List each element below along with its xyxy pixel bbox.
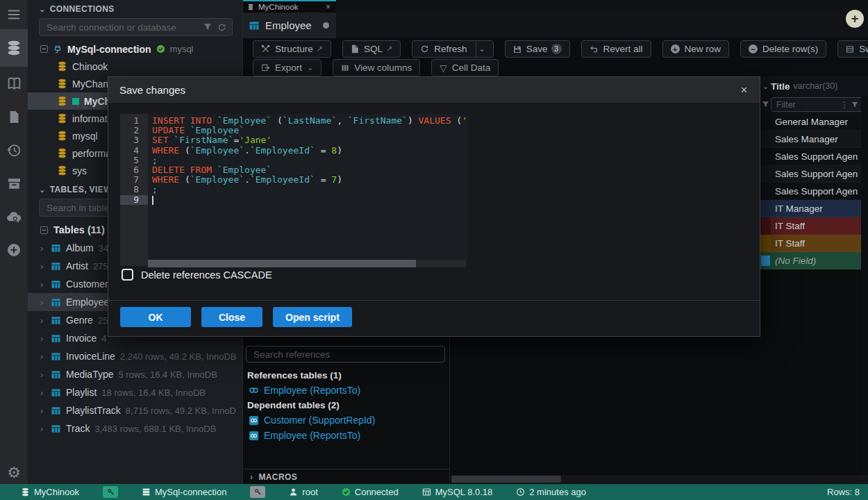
ok-button[interactable]: OK: [120, 307, 191, 327]
grid-cell-row[interactable]: IT Manager: [760, 200, 868, 217]
table-link-icon: [249, 415, 259, 426]
grid-cell-row[interactable]: IT Staff: [760, 217, 868, 235]
button-label: Refresh: [434, 44, 467, 54]
references-search: [246, 346, 445, 362]
table-item-playlist[interactable]: ›Playlist18 rows, 16.4 KB, InnoDB: [28, 383, 242, 401]
dependent-link[interactable]: Employee (ReportsTo): [242, 428, 449, 443]
grid-cell-row[interactable]: Sales Support Agen: [760, 148, 868, 165]
database-name: MyCh: [84, 96, 110, 107]
tab-mychinook[interactable]: MyChinook ×: [242, 0, 336, 12]
sql-editor[interactable]: 123456789 INSERT INTO `Employee` (`LastN…: [120, 114, 467, 266]
table-icon: [51, 279, 61, 290]
settings-gear-icon[interactable]: ⚙: [0, 464, 28, 482]
grid-cell-row[interactable]: IT Staff: [760, 235, 868, 252]
table-item-mediatype[interactable]: ›MediaType5 rows, 16.4 KB, InnoDB: [28, 365, 242, 383]
cell-data-button[interactable]: ▽ Cell Data: [431, 59, 499, 76]
connection-item-mysql-connection[interactable]: MySql-connection mysql: [28, 40, 242, 58]
scrollbar-thumb[interactable]: [451, 476, 561, 483]
column-header-title[interactable]: ⌄ Title varchar(30): [760, 76, 868, 96]
grid-cell-row[interactable]: General Manager: [760, 113, 868, 131]
table-name: Invoice: [66, 333, 97, 344]
row-header-strip[interactable]: [760, 235, 771, 252]
close-icon[interactable]: ×: [326, 2, 331, 12]
grid-horizontal-scrollbar: [451, 475, 868, 483]
connection-search-input[interactable]: [45, 22, 198, 33]
file-icon[interactable]: [0, 100, 28, 133]
row-header-strip[interactable]: [760, 165, 771, 183]
table-item-invoiceline[interactable]: ›InvoiceLine2,240 rows, 49.2 KB, InnoDB: [28, 347, 242, 365]
cell-value[interactable]: IT Staff: [771, 235, 868, 252]
cell-value[interactable]: (No Field): [771, 252, 868, 269]
grid-cell-row[interactable]: Sales Support Agen: [760, 183, 868, 200]
dialog-title: Save changes: [119, 84, 740, 96]
delete-cascade-checkbox[interactable]: [122, 269, 133, 281]
table-item-track[interactable]: ›Track3,483 rows, 688.1 KB, InnoDB: [28, 419, 242, 438]
cell-value[interactable]: Sales Support Agen: [771, 183, 868, 200]
archive-icon[interactable]: [0, 167, 28, 200]
cell-value[interactable]: Sales Manager: [771, 131, 868, 148]
cell-value[interactable]: General Manager: [771, 113, 868, 131]
cell-value[interactable]: IT Staff: [771, 217, 868, 235]
database-item[interactable]: Chinook: [28, 58, 242, 75]
delete-rows-button[interactable]: − Delete row(s): [740, 40, 826, 58]
row-header-strip[interactable]: [760, 183, 771, 200]
switch-to-form-button[interactable]: Switch to form: [837, 40, 868, 58]
save-button[interactable]: Save 3: [505, 40, 570, 58]
filter-funnel-icon[interactable]: [760, 101, 771, 108]
wrench-icon: [261, 44, 270, 53]
row-header-strip[interactable]: [760, 131, 771, 148]
refresh-button[interactable]: Refresh ⌄: [412, 40, 494, 58]
chevron-down-icon[interactable]: ⌄: [479, 44, 485, 53]
cell-value[interactable]: IT Manager: [771, 200, 868, 217]
collapse-icon[interactable]: [40, 45, 48, 53]
macros-section-header[interactable]: › MACROS: [242, 469, 449, 484]
structure-button[interactable]: Structure ↗: [253, 40, 331, 58]
database-icon: [57, 131, 67, 141]
export-button[interactable]: Export ⌄: [253, 59, 322, 76]
grid-cell-row[interactable]: (No Field): [760, 252, 868, 269]
status-user: root: [289, 487, 317, 497]
grid-cell-row[interactable]: Sales Support Agen: [760, 165, 868, 183]
filter-funnel-icon[interactable]: [203, 23, 212, 31]
filter-input[interactable]: [775, 99, 837, 110]
cell-value[interactable]: Sales Support Agen: [771, 148, 868, 165]
history-icon[interactable]: [0, 133, 28, 167]
cascade-checkbox-row[interactable]: Delete references CASCADE: [122, 269, 272, 281]
row-header-strip[interactable]: [760, 113, 771, 131]
close-button[interactable]: Close: [201, 307, 262, 327]
database-nav-icon[interactable]: [0, 29, 28, 67]
cloud-search-icon[interactable]: [0, 200, 28, 233]
close-icon[interactable]: ×: [740, 84, 749, 97]
open-script-button[interactable]: Open script: [273, 307, 352, 327]
cell-value[interactable]: Sales Support Agen: [771, 165, 868, 183]
revert-all-button[interactable]: Revert all: [581, 40, 651, 58]
row-header-strip[interactable]: [760, 217, 771, 235]
connections-section-header[interactable]: ⌄ CONNECTIONS: [28, 0, 242, 17]
new-row-button[interactable]: + New row: [662, 40, 730, 58]
table-item-playlisttrack[interactable]: ›PlaylistTrack8,715 rows, 49.2 KB, InnoD: [28, 401, 242, 419]
table-meta: 8,715 rows, 49.2 KB, InnoD: [126, 406, 236, 416]
collapse-icon[interactable]: [40, 226, 48, 234]
add-circle-icon[interactable]: [0, 233, 28, 267]
row-header-strip[interactable]: [760, 252, 771, 269]
kebab-menu-icon[interactable]: ⋮: [840, 100, 849, 110]
minus-circle-icon: −: [749, 44, 758, 53]
reference-link[interactable]: Employee (ReportsTo): [242, 383, 449, 398]
scrollbar-thumb[interactable]: [148, 260, 416, 267]
dependent-tables-title: Dependent tables (2): [242, 398, 449, 412]
row-header-strip[interactable]: [760, 148, 771, 165]
row-header-strip[interactable]: [760, 200, 771, 217]
book-icon[interactable]: [0, 67, 28, 100]
grid-cell-row[interactable]: Sales Manager: [760, 131, 868, 148]
add-connection-button[interactable]: +: [846, 10, 864, 28]
view-columns-button[interactable]: View columns: [333, 59, 420, 76]
footer-divider: [108, 300, 760, 301]
refresh-icon[interactable]: [217, 23, 226, 32]
funnel-icon[interactable]: [851, 101, 858, 108]
references-search-input[interactable]: [252, 349, 439, 360]
dependent-link[interactable]: Customer (SupportRepId): [242, 412, 449, 428]
tab-employee[interactable]: Employee: [242, 12, 336, 38]
sql-button[interactable]: SQL ↗: [342, 40, 401, 58]
menu-icon[interactable]: [0, 0, 28, 29]
table-icon: [51, 369, 61, 380]
